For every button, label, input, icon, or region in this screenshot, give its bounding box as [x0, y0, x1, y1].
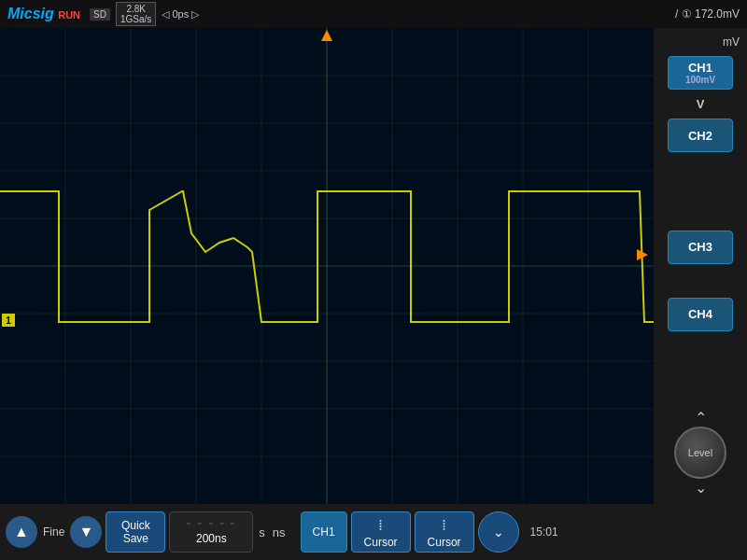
bottom-bar: ▲ Fine ▼ Quick Save ⁻ ⁻ ⁻ ⁻ ⁻ 200ns s ns…	[0, 504, 747, 560]
cursor2-button[interactable]: ⁞ Cursor	[415, 511, 474, 553]
top-info: SD 2.8K 1GSa/s ◁ 0ps ▷	[90, 2, 199, 26]
quick-save-button[interactable]: Quick Save	[106, 511, 165, 553]
trigger-info: / ① 172.0mV	[675, 7, 740, 21]
level-up-button[interactable]: ⌃	[695, 409, 707, 427]
cursor1-label: Cursor	[364, 536, 398, 549]
ch4-button[interactable]: CH4	[668, 298, 733, 331]
s-label: s	[259, 525, 265, 539]
cursor1-icon: ⁞	[378, 516, 383, 534]
up-button[interactable]: ▲	[6, 516, 37, 548]
waveform-svg	[0, 28, 654, 504]
ch1-button[interactable]: CH1 100mV	[668, 56, 733, 90]
level-down-button[interactable]: ⌄	[695, 479, 707, 497]
quick-save-line2: Save	[123, 532, 148, 545]
ch1-bottom-label: CH1	[313, 525, 335, 539]
ch1-bottom-button[interactable]: CH1	[301, 511, 347, 553]
cursor2-label: Cursor	[428, 536, 461, 549]
level-area: ⌃ Level ⌄	[674, 409, 726, 497]
quick-save-line1: Quick	[121, 519, 150, 532]
ch1-marker: 1	[2, 314, 15, 327]
ch3-button[interactable]: CH3	[668, 231, 733, 264]
oscilloscope-screen: 1	[0, 28, 654, 504]
cursor1-button[interactable]: ⁞ Cursor	[351, 511, 411, 553]
v-label: V	[697, 97, 705, 111]
ns-label: ns	[273, 525, 286, 539]
time-offset: ◁ 0ps ▷	[162, 8, 199, 21]
ch2-button[interactable]: CH2	[668, 119, 733, 152]
mv-label: mV	[723, 35, 740, 49]
cursor2-icon: ⁞	[442, 516, 446, 534]
fine-label: Fine	[43, 525, 64, 539]
more-button[interactable]: ⌄	[478, 511, 519, 553]
trigger-marker	[321, 30, 332, 41]
time-value: 200ns	[196, 532, 227, 545]
clock-display: 15:01	[530, 525, 558, 539]
time-base-display[interactable]: ⁻ ⁻ ⁻ ⁻ ⁻ 200ns	[169, 511, 253, 553]
sample-rate-box: 2.8K 1GSa/s	[116, 2, 156, 26]
level-knob[interactable]: Level	[674, 427, 726, 479]
logo: Micsig RUN	[7, 6, 80, 22]
time-icons: ⁻ ⁻ ⁻ ⁻ ⁻	[186, 520, 236, 530]
sd-badge: SD	[90, 8, 110, 21]
down-button[interactable]: ▼	[70, 516, 102, 548]
top-bar: Micsig RUN SD 2.8K 1GSa/s ◁ 0ps ▷ / ① 17…	[0, 0, 747, 28]
right-panel: mV CH1 100mV V CH2 CH3 CH4 ⌃ Level ⌄	[654, 28, 747, 504]
